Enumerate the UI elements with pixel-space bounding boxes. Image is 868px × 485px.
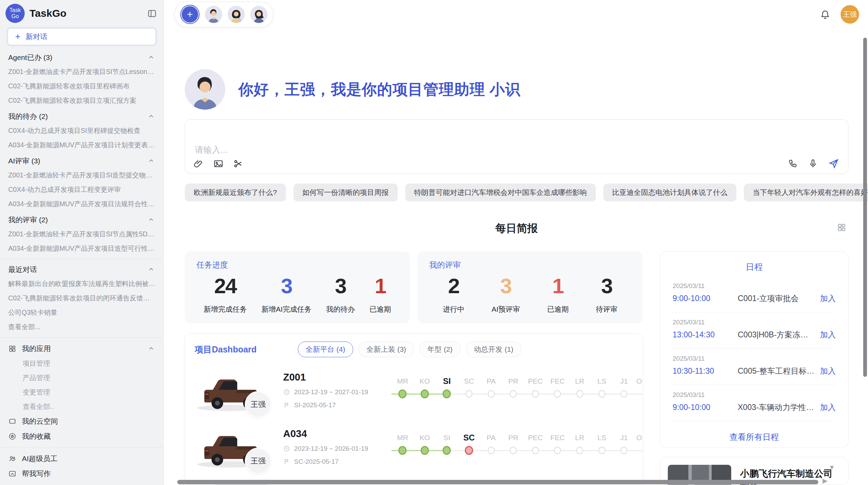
sidebar-item-cloud-space[interactable]: 我的云空间 (0, 414, 164, 429)
schedule-event-title: C005-整车工程目标评审 (738, 366, 815, 376)
conversation-item[interactable]: C0X4-动力总成开发项目工程变更评审 (0, 182, 164, 197)
microphone-icon[interactable] (808, 159, 818, 169)
chevron-up-icon[interactable] (148, 216, 155, 223)
suggestion-chip[interactable]: 特朗普可能对进口汽车增税会对中国车企造成哪些影响 (405, 184, 596, 201)
conversation-item[interactable]: C02-飞腾新能源轻客改款项目里程碑画布 (0, 79, 164, 93)
section-header-3[interactable]: 我的评审 (2) (0, 213, 164, 227)
chevron-up-icon[interactable] (148, 158, 155, 164)
milestone-dot-done (398, 446, 407, 455)
milestone-dot-todo (554, 390, 561, 398)
conversation-item[interactable]: C0X4-动力总成开发项目SI里程碑提交物检查 (0, 123, 164, 138)
new-chat-button[interactable]: 新对话 (8, 28, 156, 45)
chevron-up-icon[interactable] (148, 54, 155, 61)
conversation-item[interactable]: A034-全新新能源MUV产品开发项目法规符合性评审 (0, 197, 164, 211)
layout-grid-icon[interactable] (837, 223, 846, 232)
conversation-item[interactable]: Z001-全新燃油轻卡产品开发项目SI节点属性5D文件评审 (0, 227, 164, 241)
phone-call-icon[interactable] (788, 159, 798, 169)
project-image: 王强 (195, 427, 267, 470)
recent-header[interactable]: 最近对话 (0, 263, 164, 276)
assistant-avatar-3[interactable] (250, 6, 267, 23)
milestone-label: FEC (550, 432, 565, 443)
join-meeting-link[interactable]: 加入 (820, 329, 836, 340)
milestone: SC (458, 376, 480, 398)
chevron-up-icon[interactable] (148, 345, 155, 352)
image-upload-icon[interactable] (213, 159, 224, 169)
milestone: PEC (525, 376, 547, 398)
suggestion-chip[interactable]: 比亚迪全固态电池计划具体说了什么 (603, 184, 736, 201)
recent-conversation-item[interactable]: C02-飞腾新能源轻客改款项目的闭环通告反馈情况 (0, 291, 164, 305)
briefing-header: 每日简报 (185, 221, 848, 236)
project-row[interactable]: 王强Z0012023-12-19 ~ 2027-01-19SI-2025-05-… (195, 371, 633, 414)
sidebar-item-help-write[interactable]: 帮我写作 (0, 466, 164, 481)
project-info: A0342023-12-19 ~ 2026-01-19SC-2025-05-17 (283, 427, 386, 465)
notifications-bell-icon[interactable] (820, 9, 830, 20)
join-meeting-link[interactable]: 加入 (820, 293, 836, 304)
suggestion-chip[interactable]: 欧洲新规最近颁布了什么? (185, 184, 286, 201)
app-subitem[interactable]: 产品管理 (0, 371, 164, 385)
writing-icon (8, 470, 16, 478)
milestone-label: PEC (528, 376, 543, 387)
milestone-dot-todo (620, 390, 627, 398)
schedule-item: 2025/03/1110:30-11:30C005-整车工程目标评审加入 (673, 355, 836, 385)
stat-cell: 1已逾期 (370, 274, 391, 314)
new-chat-label: 新对话 (26, 32, 47, 41)
message-composer[interactable]: 请输入... (185, 119, 848, 174)
app-subitem[interactable]: 项目管理 (0, 356, 164, 371)
sidebar-item-favorites[interactable]: 我的收藏 (0, 429, 164, 444)
join-meeting-link[interactable]: 加入 (820, 366, 836, 376)
collapse-sidebar-icon[interactable] (147, 9, 157, 18)
scroll-right-arrow[interactable]: ▶ (822, 477, 828, 485)
view-all-conversations-link[interactable]: 查看全部... (0, 320, 164, 334)
stat-cell: 3待评审 (596, 274, 617, 314)
chevron-up-icon[interactable] (148, 266, 155, 273)
app-subitem[interactable]: 变更管理 (0, 385, 164, 399)
assistant-avatar-2[interactable] (228, 6, 245, 23)
milestone-track: MRKOSISCPAPRPECFECLRLSJ1OKTB (391, 371, 643, 398)
suggestion-chip[interactable]: 如何写一份清晰的项目周报 (293, 184, 398, 201)
milestone-dot-done (443, 389, 451, 398)
recent-conversations-section: 最近对话解释最新出台的欧盟报废车法规再生塑料比例被调至15%...C02-飞腾新… (0, 263, 164, 334)
conversation-item[interactable]: Z001-全新燃油皮卡产品开发项目SI节点Lesson Learn报告 (0, 64, 164, 79)
view-all-schedule-link[interactable]: 查看所有日程 (673, 427, 836, 443)
assistant-avatar-1[interactable] (205, 6, 222, 23)
dashboard-filter-chip[interactable]: 全新上装 (3) (359, 341, 414, 357)
greeting-text: 你好，王强，我是你的项目管理助理 小识 (238, 79, 520, 100)
dashboard-filter-chip[interactable]: 全新平台 (4) (298, 341, 353, 357)
milestone-label: SI (443, 376, 451, 387)
user-avatar[interactable]: 王强 (841, 5, 859, 24)
project-image: 王强 (195, 371, 267, 414)
conversation-item[interactable]: A034-全新新能源MUV产品开发项目造型可行性评审 (0, 241, 164, 256)
section-header-0[interactable]: Agent已办 (3) (0, 51, 164, 64)
stat-cell: 3新增AI完成任务 (262, 274, 312, 314)
scissors-icon[interactable] (233, 159, 243, 169)
section-header-2[interactable]: AI评审 (3) (0, 154, 164, 168)
recent-conversation-item[interactable]: 解释最新出台的欧盟报废车法规再生塑料比例被调至15%... (0, 276, 164, 291)
project-code: Z001 (283, 372, 386, 383)
app-subitem[interactable]: 查看全部.. (0, 399, 164, 414)
milestone-label: LS (598, 432, 606, 443)
add-assistant-button[interactable] (182, 6, 198, 23)
sidebar-item-creative-draw[interactable]: 创意制图 (0, 481, 164, 485)
horizontal-scrollbar[interactable] (177, 480, 818, 484)
vertical-scrollbar[interactable] (863, 38, 867, 377)
conversation-item[interactable]: A034-全新新能源MUV产品开发项目计划变更表编写 (0, 138, 164, 152)
milestone-dot-todo (554, 447, 561, 454)
project-row[interactable]: 王强A0342023-12-19 ~ 2026-01-19SC-2025-05-… (195, 427, 633, 470)
suggestion-chip[interactable]: 当下年轻人对汽车外观有怎样的喜好趋势 (744, 184, 868, 201)
attachment-icon[interactable] (193, 159, 204, 169)
milestone: J1 (613, 376, 635, 398)
dashboard-filter-chip[interactable]: 年型 (2) (420, 341, 461, 357)
sidebar-item-my-apps[interactable]: 我的应用 (0, 341, 164, 356)
stat-value: 1 (370, 274, 391, 298)
conversation-item[interactable]: C02-飞腾新能源轻客改款项目立项汇报方案 (0, 93, 164, 108)
chevron-up-icon[interactable] (148, 113, 155, 120)
join-meeting-link[interactable]: 加入 (820, 402, 836, 413)
sidebar-item-ai-staff[interactable]: AI超级员工 (0, 451, 164, 466)
recent-conversation-item[interactable]: 公司Q3轻卡销量 (0, 305, 164, 320)
send-icon[interactable] (828, 158, 839, 169)
section-header-1[interactable]: 我的待办 (2) (0, 110, 164, 123)
scroll-down-arrow[interactable]: ▼ (829, 464, 835, 471)
conversation-item[interactable]: Z001-全新燃油轻卡产品开发项目SI造型提交物评审 (0, 168, 164, 182)
project-date-range: 2023-12-19 ~ 2026-01-19 (283, 445, 386, 452)
dashboard-filter-chip[interactable]: 动总开发 (1) (466, 341, 521, 357)
